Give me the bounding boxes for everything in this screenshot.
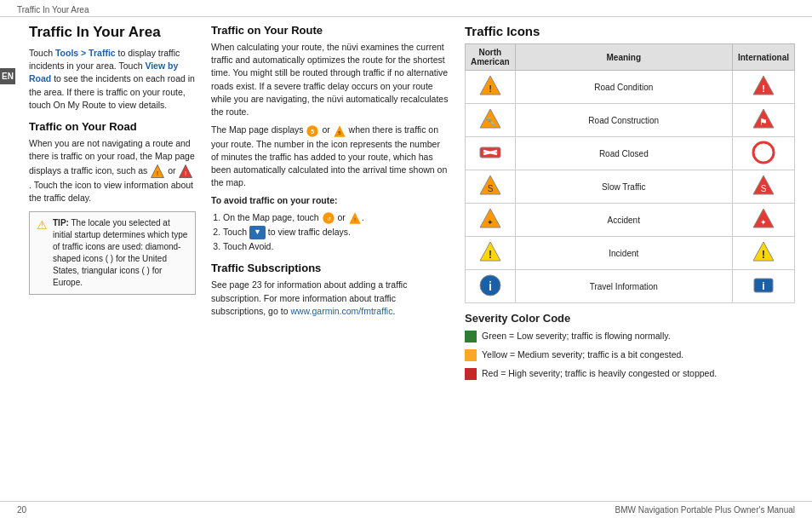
intl-icon-road-condition: ! bbox=[732, 71, 794, 104]
severity-yellow: Yellow = Medium severity; traffic is a b… bbox=[465, 348, 795, 361]
left-column: Traffic In Your Area Touch Tools > Traff… bbox=[17, 24, 196, 501]
language-tab: EN bbox=[0, 68, 15, 84]
svg-text:🔧: 🔧 bbox=[485, 117, 495, 127]
table-row: ! Incident ! bbox=[466, 237, 795, 270]
na-icon-road-closed bbox=[466, 137, 516, 170]
severity-yellow-text: Yellow = Medium severity; traffic is a b… bbox=[482, 348, 683, 361]
svg-text:S: S bbox=[761, 184, 767, 193]
green-swatch bbox=[465, 331, 477, 342]
svg-text:⚑: ⚑ bbox=[759, 117, 768, 127]
main-title: Traffic In Your Area bbox=[29, 24, 196, 41]
na-icon-travel-info: i bbox=[466, 270, 516, 303]
table-row: S Slow Traffic S bbox=[466, 170, 795, 204]
meaning-accident: Accident bbox=[515, 204, 732, 237]
col-header-intl: International bbox=[732, 44, 794, 71]
traffic-delays-btn[interactable]: ▼ bbox=[249, 226, 266, 239]
svg-text:!: ! bbox=[185, 170, 186, 177]
tools-traffic-link[interactable]: Tools > Traffic bbox=[55, 48, 116, 58]
meaning-travel-info: Travel Information bbox=[515, 270, 732, 303]
severity-red: Red = High severity; traffic is heavily … bbox=[465, 367, 795, 380]
svg-text:i: i bbox=[762, 280, 764, 292]
subscriptions-title: Traffic Subscriptions bbox=[211, 262, 449, 274]
na-icon-slow-traffic: S bbox=[466, 170, 516, 204]
right-column: Traffic Icons North American Meaning Int… bbox=[465, 24, 795, 501]
avoid-step-1: On the Map page, touch ↺ or !. bbox=[223, 210, 449, 225]
svg-text:S: S bbox=[487, 184, 493, 193]
avoid-step-2: Touch ▼ to view traffic delays. bbox=[223, 225, 449, 239]
page-header: Traffic In Your Area bbox=[0, 0, 812, 17]
tip-box: ⚠ TIP: The locale you selected at initia… bbox=[29, 211, 196, 295]
svg-text:!: ! bbox=[762, 248, 765, 261]
svg-text:i: i bbox=[489, 279, 492, 293]
intl-icon-road-construction: ⚑ bbox=[732, 104, 794, 137]
table-row: i Travel Information i bbox=[466, 270, 795, 303]
meaning-road-closed: Road Closed bbox=[515, 137, 732, 170]
svg-text:!: ! bbox=[762, 83, 765, 94]
route-section-title: Traffic on Your Route bbox=[211, 24, 449, 37]
table-row: Road Closed bbox=[466, 137, 795, 170]
footer-page-number: 20 bbox=[17, 505, 26, 515]
icons-title: Traffic Icons bbox=[465, 24, 795, 38]
intl-icon-slow-traffic: S bbox=[732, 170, 794, 204]
table-row: 🔧 Road Construction ⚑ bbox=[466, 104, 795, 137]
na-icon-road-condition: ! bbox=[466, 71, 516, 104]
avoid-steps-list: On the Map page, touch ↺ or !. Touch ▼ t… bbox=[223, 210, 449, 254]
page-footer: 20 BMW Navigation Portable Plus Owner's … bbox=[0, 501, 812, 518]
svg-text:↺: ↺ bbox=[326, 216, 330, 222]
severity-green: Green = Low severity; traffic is flowing… bbox=[465, 330, 795, 342]
avoid-title: To avoid traffic on your route: bbox=[211, 194, 449, 207]
red-swatch bbox=[465, 368, 477, 380]
traffic-icons-table: North American Meaning International bbox=[465, 43, 795, 303]
svg-text:5: 5 bbox=[311, 128, 314, 135]
severity-red-text: Red = High severity; traffic is heavily … bbox=[482, 367, 717, 380]
view-by-road-link[interactable]: View by Road bbox=[29, 60, 178, 83]
col-header-na: North American bbox=[466, 44, 516, 71]
yellow-swatch bbox=[465, 349, 477, 361]
col-header-meaning: Meaning bbox=[515, 44, 732, 71]
na-icon-road-construction: 🔧 bbox=[466, 104, 516, 137]
intl-icon-accident: ✦ bbox=[732, 204, 794, 237]
svg-text:!: ! bbox=[157, 170, 158, 177]
footer-manual-title: BMW Navigation Portable Plus Owner's Man… bbox=[615, 505, 795, 515]
svg-text:!: ! bbox=[489, 248, 492, 261]
svg-text:!: ! bbox=[489, 83, 492, 94]
meaning-road-construction: Road Construction bbox=[515, 104, 732, 137]
meaning-slow-traffic: Slow Traffic bbox=[515, 170, 732, 204]
na-icon-incident: ! bbox=[466, 237, 516, 270]
intl-icon-incident: ! bbox=[732, 237, 794, 270]
tip-icon: ⚠ bbox=[37, 218, 48, 232]
middle-column: Traffic on Your Route When calculating y… bbox=[211, 24, 449, 501]
tip-text: TIP: The locale you selected at initial … bbox=[53, 217, 188, 289]
na-icon-accident: ✦ bbox=[466, 204, 516, 237]
road-section-body: When you are not navigating a route and … bbox=[29, 137, 196, 204]
header-title: Traffic In Your Area bbox=[17, 5, 89, 14]
table-row: ✦ Accident ✦ bbox=[466, 204, 795, 237]
svg-text:✦: ✦ bbox=[487, 218, 494, 227]
intl-icon-road-closed bbox=[732, 137, 794, 170]
avoid-step-3: Touch Avoid. bbox=[223, 239, 449, 253]
garmin-link[interactable]: www.garmin.com/fmtraffic bbox=[290, 306, 392, 316]
subscriptions-body: See page 23 for information about adding… bbox=[211, 279, 449, 318]
svg-text:✦: ✦ bbox=[760, 218, 767, 227]
meaning-incident: Incident bbox=[515, 237, 732, 270]
intl-icon-travel-info: i bbox=[732, 270, 794, 303]
road-section-title: Traffic on Your Road bbox=[29, 120, 196, 133]
severity-title: Severity Color Code bbox=[465, 312, 795, 325]
severity-green-text: Green = Low severity; traffic is flowing… bbox=[482, 330, 671, 342]
table-row: ! Road Condition ! bbox=[466, 71, 795, 104]
meaning-road-condition: Road Condition bbox=[515, 71, 732, 104]
route-body-1: When calculating your route, the nüvi ex… bbox=[211, 41, 449, 118]
route-body-2: The Map page displays 5 or 5 when there … bbox=[211, 124, 449, 189]
lang-label: EN bbox=[2, 72, 14, 81]
intro-paragraph: Touch Tools > Traffic to display traffic… bbox=[29, 47, 196, 112]
